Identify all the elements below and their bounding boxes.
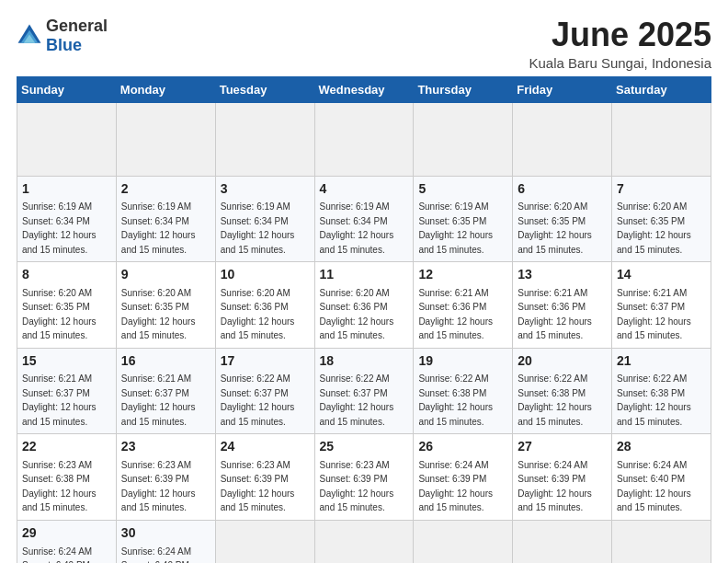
day-detail: Sunrise: 6:22 AMSunset: 6:38 PMDaylight:… [418, 373, 493, 427]
calendar-week-row: 8 Sunrise: 6:20 AMSunset: 6:35 PMDayligh… [17, 262, 711, 349]
calendar-week-row: 22 Sunrise: 6:23 AMSunset: 6:38 PMDaylig… [17, 434, 711, 521]
day-detail: Sunrise: 6:20 AMSunset: 6:36 PMDaylight:… [320, 288, 394, 341]
day-number: 4 [320, 180, 409, 199]
calendar-cell: 16 Sunrise: 6:21 AMSunset: 6:37 PMDaylig… [116, 348, 215, 434]
calendar-cell: 1 Sunrise: 6:19 AMSunset: 6:34 PMDayligh… [17, 176, 117, 262]
calendar-week-row: 29 Sunrise: 6:24 AMSunset: 6:40 PMDaylig… [17, 520, 711, 563]
calendar-cell: 7 Sunrise: 6:20 AMSunset: 6:35 PMDayligh… [612, 176, 711, 262]
day-detail: Sunrise: 6:24 AMSunset: 6:39 PMDaylight:… [518, 460, 592, 513]
day-detail: Sunrise: 6:20 AMSunset: 6:35 PMDaylight:… [121, 288, 196, 341]
calendar-cell [215, 520, 314, 563]
day-detail: Sunrise: 6:20 AMSunset: 6:35 PMDaylight:… [518, 201, 592, 255]
day-detail: Sunrise: 6:22 AMSunset: 6:37 PMDaylight:… [221, 373, 295, 427]
day-number: 26 [418, 438, 507, 456]
calendar-cell: 15 Sunrise: 6:21 AMSunset: 6:37 PMDaylig… [17, 348, 117, 434]
day-number: 14 [617, 266, 706, 284]
calendar-cell [414, 102, 513, 176]
logo: General Blue [17, 17, 108, 55]
day-number: 24 [221, 438, 310, 456]
calendar-cell: 26 Sunrise: 6:24 AMSunset: 6:39 PMDaylig… [414, 434, 513, 521]
calendar-cell: 29 Sunrise: 6:24 AMSunset: 6:40 PMDaylig… [17, 520, 117, 563]
calendar-cell [116, 102, 215, 176]
day-detail: Sunrise: 6:20 AMSunset: 6:36 PMDaylight:… [221, 288, 295, 341]
day-number: 3 [221, 180, 310, 199]
logo-text-blue: Blue [46, 36, 82, 54]
day-number: 28 [617, 438, 706, 456]
day-number: 23 [121, 438, 210, 456]
day-detail: Sunrise: 6:24 AMSunset: 6:40 PMDaylight:… [121, 546, 196, 563]
calendar-cell: 30 Sunrise: 6:24 AMSunset: 6:40 PMDaylig… [116, 520, 215, 563]
calendar-week-row: 15 Sunrise: 6:21 AMSunset: 6:37 PMDaylig… [17, 348, 711, 434]
calendar-week-row: 1 Sunrise: 6:19 AMSunset: 6:34 PMDayligh… [17, 176, 711, 262]
day-detail: Sunrise: 6:22 AMSunset: 6:37 PMDaylight:… [320, 373, 394, 427]
calendar-cell: 14 Sunrise: 6:21 AMSunset: 6:37 PMDaylig… [612, 262, 711, 349]
calendar-cell [513, 102, 612, 176]
day-detail: Sunrise: 6:21 AMSunset: 6:36 PMDaylight:… [418, 288, 493, 341]
header-tuesday: Tuesday [215, 76, 314, 102]
day-number: 20 [518, 352, 607, 371]
day-detail: Sunrise: 6:21 AMSunset: 6:37 PMDaylight:… [617, 288, 691, 341]
page-header: General Blue June 2025 Kuala Baru Sungai… [17, 17, 711, 71]
day-number: 27 [518, 438, 607, 456]
calendar-cell: 19 Sunrise: 6:22 AMSunset: 6:38 PMDaylig… [414, 348, 513, 434]
logo-text-general: General [46, 17, 108, 35]
calendar-cell: 27 Sunrise: 6:24 AMSunset: 6:39 PMDaylig… [513, 434, 612, 521]
day-number: 2 [121, 180, 210, 199]
day-number: 11 [320, 266, 409, 284]
day-number: 13 [518, 266, 607, 284]
day-detail: Sunrise: 6:23 AMSunset: 6:39 PMDaylight:… [121, 460, 196, 513]
day-detail: Sunrise: 6:19 AMSunset: 6:35 PMDaylight:… [418, 201, 493, 255]
calendar-cell [314, 102, 414, 176]
calendar-cell: 13 Sunrise: 6:21 AMSunset: 6:36 PMDaylig… [513, 262, 612, 349]
day-number: 8 [22, 266, 111, 284]
day-number: 29 [22, 524, 111, 543]
header-sunday: Sunday [17, 76, 117, 102]
calendar-cell [414, 520, 513, 563]
location: Kuala Baru Sungai, Indonesia [529, 55, 711, 71]
calendar-header-row: SundayMondayTuesdayWednesdayThursdayFrid… [17, 76, 711, 102]
calendar-table: SundayMondayTuesdayWednesdayThursdayFrid… [17, 76, 711, 563]
day-number: 5 [418, 180, 507, 199]
day-number: 12 [418, 266, 507, 284]
calendar-cell: 11 Sunrise: 6:20 AMSunset: 6:36 PMDaylig… [314, 262, 414, 349]
calendar-cell: 18 Sunrise: 6:22 AMSunset: 6:37 PMDaylig… [314, 348, 414, 434]
day-detail: Sunrise: 6:23 AMSunset: 6:38 PMDaylight:… [22, 460, 97, 513]
day-number: 25 [320, 438, 409, 456]
day-number: 19 [418, 352, 507, 371]
calendar-cell: 12 Sunrise: 6:21 AMSunset: 6:36 PMDaylig… [414, 262, 513, 349]
calendar-cell: 2 Sunrise: 6:19 AMSunset: 6:34 PMDayligh… [116, 176, 215, 262]
day-number: 16 [121, 352, 210, 371]
day-number: 9 [121, 266, 210, 284]
calendar-cell: 28 Sunrise: 6:24 AMSunset: 6:40 PMDaylig… [612, 434, 711, 521]
day-number: 1 [22, 180, 111, 199]
calendar-cell [314, 520, 414, 563]
calendar-cell: 24 Sunrise: 6:23 AMSunset: 6:39 PMDaylig… [215, 434, 314, 521]
calendar-cell [612, 102, 711, 176]
day-number: 7 [617, 180, 706, 199]
day-number: 6 [518, 180, 607, 199]
calendar-cell: 6 Sunrise: 6:20 AMSunset: 6:35 PMDayligh… [513, 176, 612, 262]
calendar-cell [215, 102, 314, 176]
day-detail: Sunrise: 6:19 AMSunset: 6:34 PMDaylight:… [121, 201, 196, 255]
day-detail: Sunrise: 6:21 AMSunset: 6:37 PMDaylight:… [22, 373, 97, 427]
header-wednesday: Wednesday [314, 76, 414, 102]
calendar-cell: 25 Sunrise: 6:23 AMSunset: 6:39 PMDaylig… [314, 434, 414, 521]
day-detail: Sunrise: 6:21 AMSunset: 6:36 PMDaylight:… [518, 288, 592, 341]
calendar-cell: 21 Sunrise: 6:22 AMSunset: 6:38 PMDaylig… [612, 348, 711, 434]
logo-icon [17, 23, 42, 49]
calendar-cell [612, 520, 711, 563]
day-detail: Sunrise: 6:23 AMSunset: 6:39 PMDaylight:… [320, 460, 394, 513]
day-detail: Sunrise: 6:24 AMSunset: 6:40 PMDaylight:… [22, 546, 97, 563]
calendar-cell: 3 Sunrise: 6:19 AMSunset: 6:34 PMDayligh… [215, 176, 314, 262]
month-title: June 2025 [529, 17, 711, 53]
calendar-cell: 4 Sunrise: 6:19 AMSunset: 6:34 PMDayligh… [314, 176, 414, 262]
calendar-cell: 8 Sunrise: 6:20 AMSunset: 6:35 PMDayligh… [17, 262, 117, 349]
day-number: 15 [22, 352, 111, 371]
calendar-cell: 22 Sunrise: 6:23 AMSunset: 6:38 PMDaylig… [17, 434, 117, 521]
calendar-cell: 10 Sunrise: 6:20 AMSunset: 6:36 PMDaylig… [215, 262, 314, 349]
calendar-cell [513, 520, 612, 563]
day-number: 18 [320, 352, 409, 371]
calendar-cell: 5 Sunrise: 6:19 AMSunset: 6:35 PMDayligh… [414, 176, 513, 262]
header-monday: Monday [116, 76, 215, 102]
day-number: 22 [22, 438, 111, 456]
